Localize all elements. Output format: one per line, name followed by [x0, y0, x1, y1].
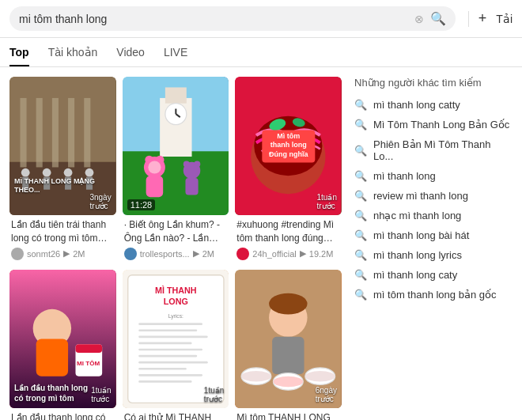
video-info-6: Mì tôm THANH LONG đỏ đỏ ... [235, 408, 342, 420]
svg-rect-41 [75, 344, 102, 353]
search-suggestion-icon-8: 🔍 [354, 249, 367, 261]
suggestion-2[interactable]: 🔍 Mì Tôm Thanh Long Bản Gốc [354, 115, 513, 134]
suggestion-10[interactable]: 🔍 mì tôm thanh long bản gốc [354, 285, 513, 305]
svg-rect-5 [68, 98, 74, 168]
svg-point-67 [305, 371, 335, 381]
svg-point-11 [64, 168, 73, 177]
search-suggestion-icon-10: 🔍 [354, 289, 367, 301]
author-name-1: sonmt26 [27, 249, 60, 259]
video-time-1: 3ngày trước [89, 193, 111, 210]
video-title-5: Có ai thử Mì THANH LONG [124, 411, 228, 420]
suggestions-list: 🔍 mì thanh long catty 🔍 Mì Tôm Thanh Lon… [354, 95, 513, 305]
svg-rect-26 [146, 176, 163, 197]
view-count-2: 2M [202, 249, 214, 259]
video-duration-2: 11:28 [127, 199, 156, 210]
tab-live[interactable]: LIVE [164, 38, 187, 66]
svg-text:Lyrics:: Lyrics: [168, 312, 183, 319]
search-input[interactable] [19, 13, 408, 25]
svg-rect-39 [36, 339, 68, 376]
video-time-5: 1tuần trước [204, 386, 224, 403]
video-thumb-2: 11:28 [123, 77, 229, 215]
suggestion-7[interactable]: 🔍 mì thanh long bài hát [354, 225, 513, 245]
search-suggestion-icon-6: 🔍 [354, 210, 367, 221]
author-avatar-1 [11, 248, 24, 260]
search-suggestion-icon-9: 🔍 [354, 269, 367, 281]
video-card-3[interactable]: Mì tôm thanh long Đúng nghĩa 1tuần trước… [235, 77, 342, 263]
video-badge-3: Mì tôm thanh long Đúng nghĩa [262, 130, 315, 162]
results-area: MÌ THANH LONG MẠNG THEO... 3ngày trước L… [9, 77, 342, 420]
video-meta-3: 24h_official ▶ 19.2M [236, 248, 340, 260]
svg-point-13 [85, 168, 94, 177]
svg-rect-18 [165, 87, 187, 103]
author-avatar-3 [236, 248, 249, 260]
author-name-2: trollesports... [140, 249, 190, 259]
video-title-3: #xuhuong #trending Mì tôm thanh long đún… [236, 218, 340, 245]
svg-rect-30 [185, 178, 198, 195]
plus-icon: + [478, 10, 487, 27]
view-icon-3: ▶ [300, 248, 306, 259]
video-card-4[interactable]: MI TÔM Lần đầu thanh long có trong mì tô… [9, 270, 116, 420]
svg-point-28 [183, 161, 189, 167]
svg-rect-54 [138, 361, 208, 363]
svg-rect-53 [138, 354, 197, 357]
clear-icon[interactable]: ⊗ [414, 13, 424, 25]
tab-video[interactable]: Video [116, 38, 145, 66]
svg-point-65 [274, 376, 304, 386]
svg-rect-56 [138, 374, 202, 376]
suggestion-5[interactable]: 🔍 review mì thanh long [354, 186, 513, 206]
video-time-4: 1tuần trước [91, 386, 111, 403]
video-thumb-1: MÌ THANH LONG MẠNG THEO... 3ngày trước [9, 77, 116, 215]
video-info-2: · Biết ông Lần khum? - Ông Lần nào? - Lầ… [123, 215, 229, 263]
sidebar: Những người khác tìm kiếm 🔍 mì thanh lon… [354, 77, 513, 420]
svg-point-29 [194, 161, 200, 167]
view-count-1: 2M [73, 249, 85, 259]
video-thumb-6: 6ngày trước [235, 270, 342, 408]
video-title-1: Lần đầu tiên trái thanh long có trong mì… [11, 218, 115, 245]
video-title-2: · Biết ông Lần khum? - Ông Lần nào? - Lầ… [124, 218, 228, 245]
view-icon-1: ▶ [63, 248, 70, 259]
video-card-1[interactable]: MÌ THANH LONG MẠNG THEO... 3ngày trước L… [9, 77, 116, 263]
suggestion-8[interactable]: 🔍 mì thanh long lyrics [354, 245, 513, 265]
suggestion-1[interactable]: 🔍 mì thanh long catty [354, 95, 513, 115]
svg-rect-4 [52, 98, 59, 168]
video-card-5[interactable]: MÌ THANH LONG Lyrics: [123, 270, 229, 420]
tabs-bar: Top Tài khoản Video LIVE [0, 38, 522, 67]
search-suggestion-icon-3: 🔍 [354, 145, 367, 157]
header-actions: + Tải [468, 10, 513, 27]
video-card-6[interactable]: 6ngày trước Mì tôm THANH LONG đỏ đỏ ... [235, 270, 342, 420]
svg-rect-57 [138, 380, 191, 383]
suggestion-3[interactable]: 🔍 Phiên Bản Mì Tôm Thanh Lo... [354, 134, 513, 166]
view-icon-2: ▶ [193, 248, 199, 259]
video-time-6: 6ngày trước [316, 386, 337, 403]
svg-rect-6 [84, 98, 90, 168]
search-button[interactable]: 🔍 [430, 11, 446, 26]
video-title-4: Lần đầu thanh long có trong mì tôm [11, 411, 115, 420]
suggestion-4[interactable]: 🔍 mì thanh long [354, 166, 513, 186]
video-bottom-label-4: Lần đầu thanh long có trong mì tôm [14, 383, 88, 403]
divider [468, 11, 469, 27]
tab-top[interactable]: Top [9, 38, 29, 66]
video-title-6: Mì tôm THANH LONG đỏ đỏ ... [236, 411, 340, 420]
upload-button[interactable]: Tải [496, 13, 513, 25]
video-grid: MÌ THANH LONG MẠNG THEO... 3ngày trước L… [9, 77, 342, 420]
video-meta-1: sonmt26 ▶ 2M [11, 248, 115, 260]
tab-account[interactable]: Tài khoản [48, 38, 98, 66]
svg-rect-2 [20, 98, 26, 168]
author-avatar-2 [124, 248, 137, 260]
video-info-4: Lần đầu thanh long có trong mì tôm [9, 408, 116, 420]
main-content: MÌ THANH LONG MẠNG THEO... 3ngày trước L… [0, 67, 522, 420]
video-card-2[interactable]: 11:28 · Biết ông Lần khum? - Ông Lần nào… [123, 77, 229, 263]
svg-rect-48 [138, 323, 202, 325]
author-name-3: 24h_official [252, 249, 296, 259]
upload-label: Tải [496, 13, 513, 25]
search-suggestion-icon-1: 🔍 [354, 99, 367, 111]
svg-rect-52 [138, 348, 202, 350]
video-info-1: Lần đầu tiên trái thanh long có trong mì… [9, 215, 116, 263]
search-suggestion-icon-4: 🔍 [354, 170, 367, 182]
video-meta-2: trollesports... ▶ 2M [124, 248, 228, 260]
svg-text:MÌ THANH: MÌ THANH [155, 285, 197, 294]
suggestion-6[interactable]: 🔍 nhạc mì thanh long [354, 206, 513, 225]
search-bar: ⊗ 🔍 [9, 6, 456, 31]
suggestion-9[interactable]: 🔍 mì thanh long caty [354, 265, 513, 285]
video-info-3: #xuhuong #trending Mì tôm thanh long đún… [235, 215, 342, 263]
